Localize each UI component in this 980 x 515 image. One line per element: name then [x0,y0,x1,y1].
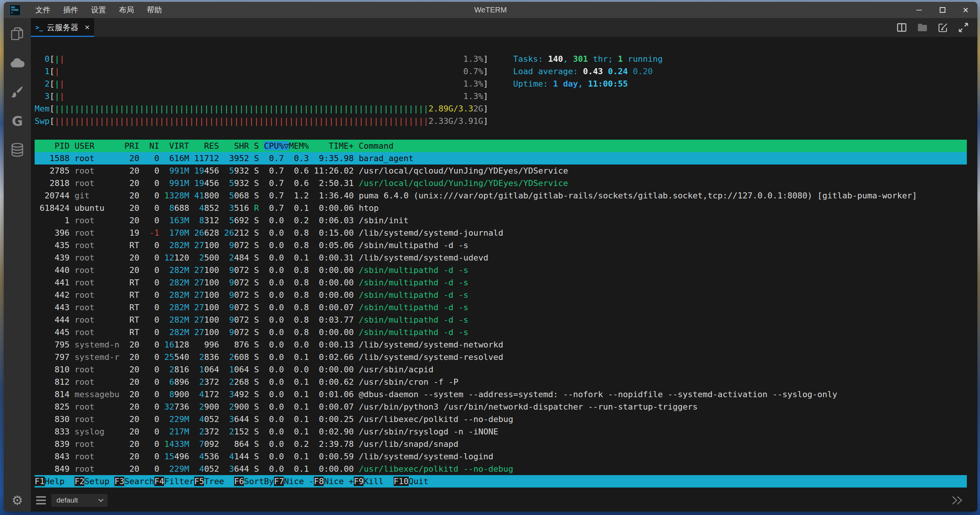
sidebar-item-g-tool[interactable]: G [10,113,25,128]
process-row[interactable]: 843 root 20 0 15496 4536 4144 S 0.0 0.1 … [35,450,967,463]
process-row[interactable]: 443 root RT 0 282M 27100 9072 S 0.0 0.8 … [35,301,967,314]
process-row[interactable]: 439 root 20 0 12120 2500 2484 S 0.0 0.1 … [35,252,967,264]
chevron-down-icon [98,498,104,502]
profile-dropdown[interactable]: default [51,494,108,507]
menu-layout[interactable]: 布局 [113,2,140,18]
sidebar-item-database[interactable] [10,142,25,157]
process-row[interactable]: 795 systemd-n 20 0 16128 996 876 S 0.0 0… [35,338,967,351]
process-row[interactable]: 2818 root 20 0 991M 19456 5932 S 0.7 0.6… [35,177,967,189]
brush-icon [11,85,24,99]
process-row[interactable]: 441 root RT 0 282M 27100 9072 S 0.0 0.8 … [35,276,967,289]
process-row[interactable]: 2785 root 20 0 991M 19456 5932 S 0.7 0.6… [35,164,967,177]
maximize-icon [940,7,945,13]
app-logo-text: >_ [11,11,20,14]
close-button[interactable]: ✕ [954,2,977,18]
process-row[interactable]: 825 root 20 0 32736 2900 2900 S 0.0 0.1 … [35,400,967,413]
terminal-prompt-icon: >_ [35,24,43,31]
tab-bar: >_ 云服务器 × [31,18,977,37]
process-row[interactable]: 444 root RT 0 282M 27100 9072 S 0.0 0.8 … [35,314,967,326]
tab-close-icon[interactable]: × [85,22,89,32]
process-row[interactable]: 833 syslog 20 0 217M 2372 2152 S 0.0 0.1… [35,426,967,438]
split-pane-icon[interactable] [897,23,907,32]
meter-line: Swp[||||||||||||||||||||||||||||||||||||… [35,115,967,127]
process-row[interactable]: 435 root RT 0 282M 27100 9072 S 0.0 0.8 … [35,239,967,252]
files-icon [11,27,24,41]
tab-actions [897,18,977,37]
gear-icon: ⚙ [12,493,23,508]
process-row[interactable]: 440 root 20 0 282M 27100 9072 S 0.0 0.8 … [35,264,967,276]
meter-line: 0[|| 1.3%] Tasks: 140, 301 thr; 1 runnin… [35,53,967,65]
process-table-header[interactable]: PID USER PRI NI VIRT RES SHR S CPU%▽MEM%… [35,140,967,152]
process-row[interactable]: 618424 ubuntu 20 0 8688 4852 3516 R 0.7 … [35,202,967,214]
content-area: >_ 云服务器 × [31,18,977,512]
meter-line: 1[| 0.7%] Load average: 0.43 0.24 0.20 [35,65,967,78]
app-logo-text: TERM [11,9,20,11]
weterm-window: WE TERM >_ 文件 插件 设置 布局 帮助 WeTERM ─ ✕ [4,2,977,512]
function-key-bar[interactable]: F1Help F2Setup F3SearchF4FilterF5Tree F6… [35,475,967,488]
menu-file[interactable]: 文件 [29,2,57,18]
window-title: WeTERM [474,2,507,18]
process-row[interactable]: 810 root 20 0 2816 1064 1064 S 0.0 0.0 0… [35,363,967,376]
expand-icon[interactable] [959,22,968,32]
process-row[interactable]: 812 root 20 0 6896 2372 2268 S 0.0 0.1 0… [35,376,967,388]
status-bar: default [31,491,977,512]
process-row[interactable]: 1 root 20 0 163M 8312 5692 S 0.0 0.2 0:0… [35,214,967,226]
window-controls: ─ ✕ [907,2,977,18]
process-row[interactable]: 442 root RT 0 282M 27100 9072 S 0.0 0.8 … [35,289,967,301]
database-icon [11,143,24,157]
process-row[interactable]: 839 root 20 0 1433M 7092 864 S 0.0 0.2 2… [35,438,967,450]
expand-panel-icon[interactable] [951,496,964,505]
sidebar-item-cloud[interactable] [10,55,25,70]
menu-settings[interactable]: 设置 [85,2,113,18]
process-row[interactable]: 396 root 19 -1 170M 26628 26212 S 0.0 0.… [35,226,967,239]
sidebar: G ⚙ [4,18,31,512]
meter-line: 3[|| 1.3%] [35,90,967,102]
titlebar: WE TERM >_ 文件 插件 设置 布局 帮助 WeTERM ─ ✕ [4,2,977,18]
process-row[interactable]: 797 systemd-r 20 0 25540 2836 2608 S 0.0… [35,351,967,363]
folder-icon[interactable] [917,23,928,32]
meter-line [35,127,967,140]
sidebar-item-themes[interactable] [10,85,25,99]
process-row[interactable]: 1588 root 20 0 616M 11712 3952 S 0.7 0.3… [35,152,967,164]
process-row[interactable]: 20744 git 20 0 1328M 41800 5068 S 0.7 1.… [35,189,967,202]
tab-cloud-server[interactable]: >_ 云服务器 × [31,18,94,37]
g-icon: G [12,113,23,129]
menu-plugins[interactable]: 插件 [57,2,85,18]
meter-line: Mem[||||||||||||||||||||||||||||||||||||… [35,102,967,115]
app-logo-icon: WE TERM >_ [10,5,21,16]
minimize-button[interactable]: ─ [907,2,931,18]
process-row[interactable]: 830 root 20 0 229M 4052 3644 S 0.0 0.1 0… [35,413,967,426]
maximize-button[interactable] [931,2,954,18]
sidebar-settings[interactable]: ⚙ [10,493,25,508]
menu-help[interactable]: 帮助 [140,2,168,18]
edit-icon[interactable] [938,22,948,32]
sidebar-item-sessions[interactable] [10,26,25,41]
app-logo-text: WE [11,6,20,9]
process-row[interactable]: 849 root 20 0 229M 4052 3644 S 0.0 0.1 0… [35,463,967,475]
profile-dropdown-value: default [56,496,98,504]
menu-bar: 文件 插件 设置 布局 帮助 [29,2,168,18]
terminal-viewport[interactable]: 0[|| 1.3%] Tasks: 140, 301 thr; 1 runnin… [31,37,977,491]
process-row[interactable]: 814 messagebu 20 0 8900 4172 3492 S 0.0 … [35,388,967,400]
cloud-icon [10,57,25,68]
session-list-icon[interactable] [36,496,46,504]
meter-line: 2[|| 1.3%] Uptime: 1 day, 11:00:55 [35,78,967,90]
tab-label: 云服务器 [47,22,78,33]
htop-output: 0[|| 1.3%] Tasks: 140, 301 thr; 1 runnin… [35,53,967,488]
process-row[interactable]: 445 root RT 0 282M 27100 9072 S 0.0 0.8 … [35,326,967,338]
